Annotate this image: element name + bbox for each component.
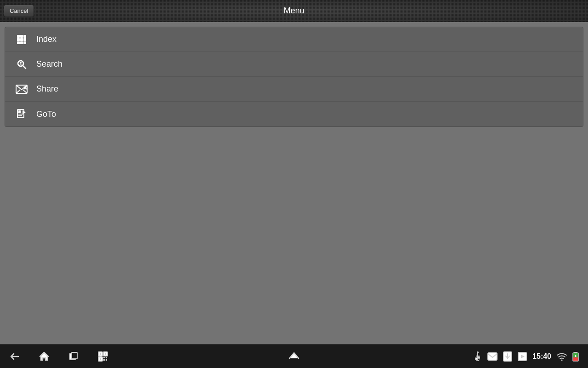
up-chevron-icon[interactable] [288, 350, 300, 363]
svg-line-15 [16, 90, 20, 93]
menu-item-goto[interactable]: GoTo [5, 102, 583, 126]
battery-icon [572, 351, 579, 362]
search-icon [14, 57, 29, 72]
qr-icon[interactable] [97, 351, 108, 362]
svg-line-10 [23, 65, 26, 69]
page-title: Menu [283, 6, 304, 16]
menu-item-search[interactable]: Search [5, 52, 583, 77]
svg-rect-38 [475, 358, 477, 360]
svg-point-11 [20, 62, 22, 63]
svg-rect-4 [20, 38, 23, 41]
menu-container: Index Search [5, 27, 583, 127]
recents-icon[interactable] [68, 351, 79, 362]
svg-rect-3 [17, 38, 20, 41]
svg-rect-39 [478, 357, 480, 358]
svg-rect-5 [23, 38, 26, 41]
svg-point-45 [561, 359, 563, 361]
download-icon [503, 351, 512, 362]
svg-rect-7 [20, 41, 23, 44]
menu-item-search-label: Search [36, 59, 62, 69]
svg-rect-2 [23, 35, 26, 38]
media-icon [518, 352, 527, 361]
bottom-nav-left [9, 351, 108, 362]
status-time: 15:40 [532, 352, 551, 361]
menu-item-share[interactable]: Share [5, 77, 583, 102]
svg-rect-8 [23, 41, 26, 44]
svg-rect-30 [105, 353, 106, 355]
top-action-bar: Cancel Menu [0, 0, 588, 22]
wifi-icon [557, 352, 567, 361]
svg-rect-33 [106, 357, 107, 358]
svg-rect-31 [100, 358, 101, 360]
svg-line-16 [23, 90, 27, 93]
grid-icon [14, 32, 29, 47]
svg-rect-29 [100, 353, 101, 355]
svg-rect-32 [103, 357, 105, 358]
goto-icon [14, 107, 29, 121]
svg-rect-25 [72, 352, 77, 359]
svg-point-40 [477, 351, 479, 353]
svg-rect-0 [17, 35, 20, 38]
menu-item-goto-label: GoTo [36, 109, 56, 119]
bottom-nav-bar: 15:40 [0, 344, 588, 368]
home-icon[interactable] [39, 351, 50, 362]
svg-rect-48 [573, 357, 578, 361]
cancel-button[interactable]: Cancel [4, 5, 34, 17]
menu-item-share-label: Share [36, 84, 58, 94]
svg-rect-1 [20, 35, 23, 38]
svg-rect-6 [17, 41, 20, 44]
svg-rect-47 [574, 352, 577, 353]
menu-item-index[interactable]: Index [5, 27, 583, 52]
share-icon [14, 82, 29, 97]
status-bar: 15:40 [474, 351, 579, 362]
mail-icon [487, 352, 498, 361]
back-icon[interactable] [9, 351, 20, 362]
usb-icon [474, 351, 482, 362]
svg-line-13 [16, 85, 22, 90]
svg-rect-35 [106, 359, 107, 361]
svg-rect-34 [103, 359, 105, 361]
menu-item-index-label: Index [36, 34, 57, 44]
